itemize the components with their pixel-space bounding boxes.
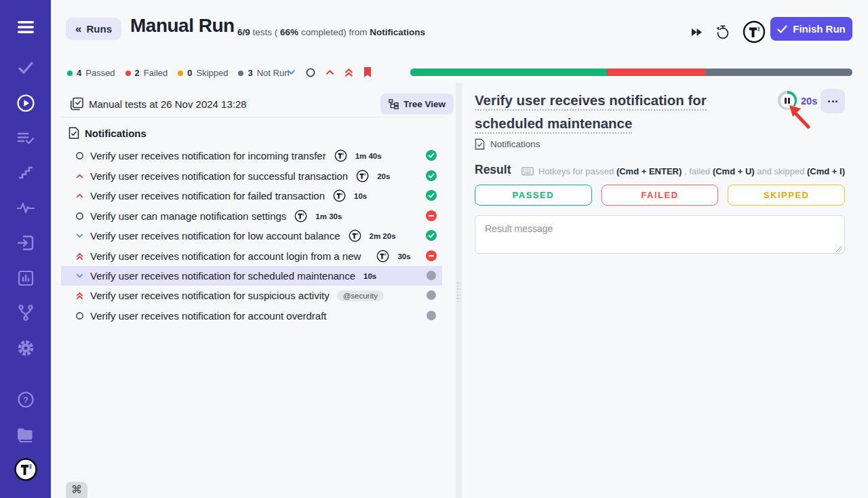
status-notrun-icon [426,290,437,301]
command-shortcut-button[interactable]: ⌘ [66,482,87,498]
test-row[interactable]: Verify user receives notification for ac… [61,306,442,326]
bookmark-icon[interactable] [363,66,372,78]
duration-label: 20s [377,172,390,180]
failed-button[interactable]: FAILED [601,185,719,206]
normal-priority-icon [75,311,84,321]
passed-dot [67,71,73,76]
test-row[interactable]: Verify user receives notification for su… [61,286,442,305]
status-passed-icon [426,190,437,201]
skipped-count: 0Skipped [178,68,228,78]
critical-priority-icon [75,252,84,261]
status-counts: 4Passed 2Failed 0Skipped 3Not Run [67,68,289,78]
assignee-badge [334,149,347,162]
status-passed-icon [426,170,437,181]
assignee-badge [356,170,369,183]
high-priority-icon[interactable] [325,67,335,77]
low-priority-icon [75,231,84,241]
suite-notifications[interactable]: Notifications [68,127,146,139]
fast-forward-icon[interactable] [690,28,703,37]
progress-failed [607,69,705,76]
import-icon[interactable] [0,229,51,256]
svg-text:?: ? [23,395,28,405]
duration-label: 10s [354,192,367,200]
skipped-button[interactable]: SKIPPED [728,185,845,206]
progress-passed [410,69,607,76]
normal-priority-icon [75,151,84,161]
check-icon[interactable] [0,54,51,81]
help-icon[interactable]: ? [0,386,51,413]
test-detail-title[interactable]: Verify user receives notification for sc… [475,89,773,135]
test-row[interactable]: Verify user receives notification for su… [61,166,442,186]
more-options-button[interactable] [821,89,845,113]
status-passed-icon [426,230,437,241]
status-failed-icon [426,210,437,221]
branch-icon[interactable] [0,299,51,326]
passed-count: 4Passed [67,68,115,78]
high-priority-icon [75,172,84,181]
panel-resize-handle[interactable] [456,83,462,498]
play-run-icon[interactable] [0,90,51,117]
analytics-icon[interactable] [0,265,51,292]
duration-label: 1m 30s [315,212,342,221]
finish-run-button[interactable]: Finish Run [770,17,852,41]
checklist-icon [70,97,84,114]
duration-label: 30s [397,252,410,261]
low-priority-icon [75,271,84,281]
tree-view-button[interactable]: Tree View [380,94,454,115]
run-progress-bar [410,69,852,76]
double-chevron-left-icon: « [75,23,81,35]
assignee-badge [349,229,361,242]
notrun-dot [238,71,243,76]
notrun-count: 3Not Run [238,68,289,78]
test-list-icon[interactable] [0,125,51,152]
pause-icon [781,94,795,108]
run-name: Manual tests at 26 Nov 2024 13:28 [89,98,247,110]
check-icon [777,25,787,33]
app-logo[interactable] [0,456,51,483]
assignee-badge [333,189,346,202]
back-to-runs-button[interactable]: « Runs [66,18,121,40]
test-row[interactable]: Verify user receives notification for ac… [61,246,442,266]
normal-priority-icon[interactable] [305,67,316,78]
critical-priority-icon[interactable] [344,67,354,78]
assignee-badge [376,250,389,263]
topbar-icons [690,20,766,43]
test-row[interactable]: Verify user receives notification for in… [61,146,442,166]
keyboard-icon [521,167,534,176]
doc-icon [475,138,485,150]
pulse-icon[interactable] [0,195,51,222]
test-row-selected[interactable]: Verify user receives notification for sc… [61,266,442,286]
assignee-badge [294,210,307,223]
result-buttons: PASSED FAILED SKIPPED [475,185,845,206]
result-message-input[interactable] [475,215,845,254]
critical-priority-icon [75,291,84,301]
timer-icon[interactable] [715,24,730,40]
sidebar: ? [0,0,51,498]
settings-gear-icon[interactable] [0,334,51,362]
elapsed-timer: 20s [801,96,817,107]
passed-button[interactable]: PASSED [475,185,592,206]
priority-filters [286,66,372,78]
skipped-dot [178,71,183,76]
normal-priority-icon [75,212,84,221]
test-row[interactable]: Verify user receives notification for fa… [61,186,442,206]
high-priority-icon [75,191,84,201]
hotkeys-hint: Hotkeys for passed (Cmd + ENTER) , faile… [475,166,845,176]
steps-icon[interactable] [0,159,51,187]
low-priority-icon[interactable] [286,67,296,77]
status-failed-icon [426,250,437,261]
brand-logo[interactable] [743,20,766,43]
test-row[interactable]: Verify user can manage notification sett… [61,206,442,226]
status-notrun-icon [426,310,437,321]
pause-timer-button[interactable] [778,91,797,110]
status-passed-icon [426,150,437,161]
menu-icon[interactable] [0,14,51,41]
breadcrumb[interactable]: Notifications [475,138,540,150]
app-root: ? « Runs Manual Run 6/9 tests ( 66% comp… [0,0,868,498]
duration-label: 10s [363,272,376,280]
failed-count: 2Failed [125,68,168,78]
failed-dot [125,71,131,76]
tree-icon [389,99,399,109]
test-row[interactable]: Verify user receives notification for lo… [61,226,442,246]
folder-icon[interactable] [0,421,51,448]
